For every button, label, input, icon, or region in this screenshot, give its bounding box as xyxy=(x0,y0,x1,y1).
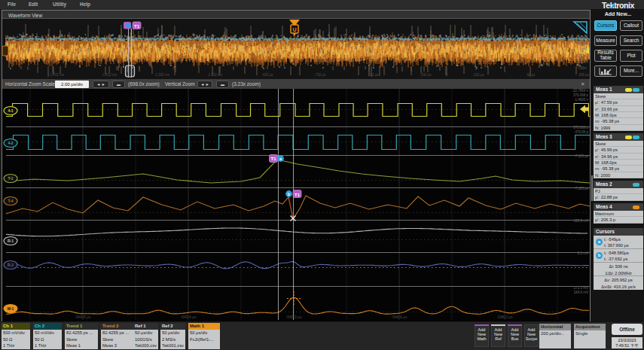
svg-text:M-1: M-1 xyxy=(8,306,14,311)
svg-text:T1: T1 xyxy=(134,24,140,29)
svg-text:271.5 mV: 271.5 mV xyxy=(574,286,588,290)
svg-text:250m: 250m xyxy=(578,42,588,46)
svg-text:164.6 mV: 164.6 mV xyxy=(574,291,588,294)
svg-text:500m: 500m xyxy=(578,36,588,40)
svg-text:-548.2 µs: -548.2 µs xyxy=(497,315,513,319)
svg-text:-750m: -750m xyxy=(577,66,587,70)
svg-text:370.068 p: 370.068 p xyxy=(573,126,589,129)
svg-text:128.9 mV: 128.9 mV xyxy=(574,219,588,223)
svg-text:-1.532 ms: -1.532 ms xyxy=(102,73,118,77)
svg-text:T-1: T-1 xyxy=(8,176,13,181)
svg-text:2.1 mV: 2.1 mV xyxy=(578,251,588,255)
svg-text:0 V: 0 V xyxy=(581,48,587,52)
svg-text:-7.125 ps: -7.125 ps xyxy=(574,154,589,158)
svg-text:R-2: R-2 xyxy=(8,263,14,267)
svg-text:370.068 p: 370.068 p xyxy=(573,93,589,97)
svg-text:T1: T1 xyxy=(295,193,301,197)
svg-text:-548.6 µs: -548.6 µs xyxy=(392,315,407,319)
svg-text:-1.132 ms: -1.132 ms xyxy=(207,73,223,77)
svg-text:-1.732 ms: -1.732 ms xyxy=(49,73,65,77)
svg-text:-132 µs: -132 µs xyxy=(472,73,484,77)
svg-text:R-1: R-1 xyxy=(8,239,14,243)
svg-text:-549.4 µs: -549.4 µs xyxy=(181,315,197,319)
svg-text:-1.332 ms: -1.332 ms xyxy=(154,73,170,77)
svg-text:-532 µs: -532 µs xyxy=(367,73,379,77)
svg-text:T-4: T-4 xyxy=(8,199,13,203)
svg-text:-250m: -250m xyxy=(577,54,587,58)
svg-text:4-2: 4-2 xyxy=(8,141,13,145)
svg-text:T1: T1 xyxy=(270,157,276,161)
svg-text:-7.125 ps: -7.125 ps xyxy=(574,187,589,190)
svg-text:-932 µs: -932 µs xyxy=(261,73,273,77)
svg-text:-332 µs: -332 µs xyxy=(420,73,432,77)
svg-text:-500m: -500m xyxy=(577,60,587,64)
svg-text:268 µs: 268 µs xyxy=(578,73,589,77)
svg-text:-549.0 µs: -549.0 µs xyxy=(286,315,302,319)
svg-text:-549.8 µs: -549.8 µs xyxy=(75,315,91,319)
svg-text:-1.4605 n: -1.4605 n xyxy=(574,98,589,102)
svg-text:-370.06 p: -370.06 p xyxy=(574,130,589,134)
svg-text:-732 µs: -732 µs xyxy=(314,73,326,77)
svg-text:-22.7804 n: -22.7804 n xyxy=(572,89,588,93)
svg-text:U: U xyxy=(292,27,296,32)
svg-text:68 µs: 68 µs xyxy=(526,73,536,77)
svg-text:4-1: 4-1 xyxy=(8,108,13,113)
